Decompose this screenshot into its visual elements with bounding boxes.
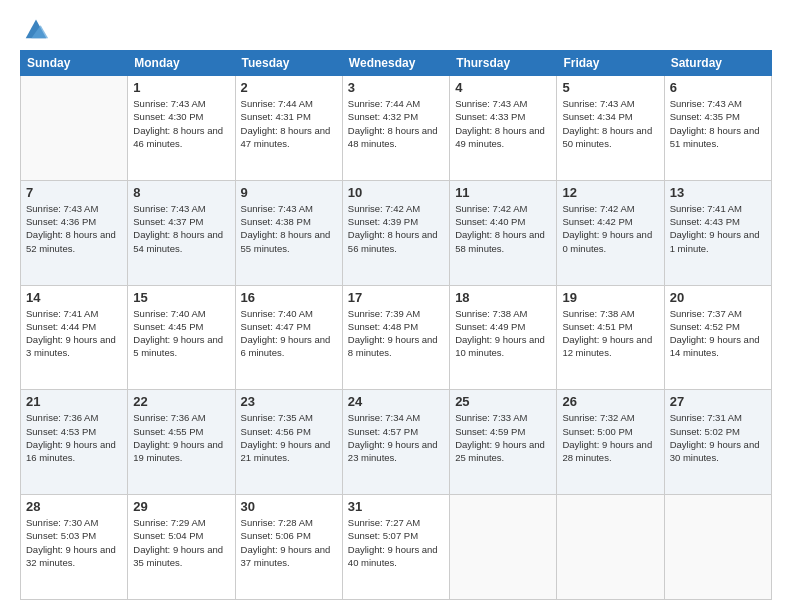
calendar-cell: 6Sunrise: 7:43 AMSunset: 4:35 PMDaylight… bbox=[664, 76, 771, 181]
day-info: Sunrise: 7:43 AMSunset: 4:34 PMDaylight:… bbox=[562, 97, 658, 150]
day-info: Sunrise: 7:42 AMSunset: 4:42 PMDaylight:… bbox=[562, 202, 658, 255]
calendar-cell: 12Sunrise: 7:42 AMSunset: 4:42 PMDayligh… bbox=[557, 180, 664, 285]
day-info: Sunrise: 7:38 AMSunset: 4:49 PMDaylight:… bbox=[455, 307, 551, 360]
logo bbox=[20, 18, 50, 42]
calendar-cell: 24Sunrise: 7:34 AMSunset: 4:57 PMDayligh… bbox=[342, 390, 449, 495]
day-number: 20 bbox=[670, 290, 766, 305]
calendar-cell: 16Sunrise: 7:40 AMSunset: 4:47 PMDayligh… bbox=[235, 285, 342, 390]
calendar-week-row: 7Sunrise: 7:43 AMSunset: 4:36 PMDaylight… bbox=[21, 180, 772, 285]
calendar-cell: 23Sunrise: 7:35 AMSunset: 4:56 PMDayligh… bbox=[235, 390, 342, 495]
day-info: Sunrise: 7:42 AMSunset: 4:40 PMDaylight:… bbox=[455, 202, 551, 255]
calendar-cell: 20Sunrise: 7:37 AMSunset: 4:52 PMDayligh… bbox=[664, 285, 771, 390]
calendar-cell bbox=[21, 76, 128, 181]
day-number: 11 bbox=[455, 185, 551, 200]
day-info: Sunrise: 7:38 AMSunset: 4:51 PMDaylight:… bbox=[562, 307, 658, 360]
day-info: Sunrise: 7:44 AMSunset: 4:32 PMDaylight:… bbox=[348, 97, 444, 150]
day-info: Sunrise: 7:27 AMSunset: 5:07 PMDaylight:… bbox=[348, 516, 444, 569]
calendar-week-row: 1Sunrise: 7:43 AMSunset: 4:30 PMDaylight… bbox=[21, 76, 772, 181]
calendar-cell: 3Sunrise: 7:44 AMSunset: 4:32 PMDaylight… bbox=[342, 76, 449, 181]
calendar-page: SundayMondayTuesdayWednesdayThursdayFrid… bbox=[0, 0, 792, 612]
day-number: 18 bbox=[455, 290, 551, 305]
day-number: 15 bbox=[133, 290, 229, 305]
header-day-friday: Friday bbox=[557, 51, 664, 76]
day-info: Sunrise: 7:36 AMSunset: 4:53 PMDaylight:… bbox=[26, 411, 122, 464]
calendar-cell bbox=[450, 495, 557, 600]
day-info: Sunrise: 7:43 AMSunset: 4:35 PMDaylight:… bbox=[670, 97, 766, 150]
calendar-cell: 15Sunrise: 7:40 AMSunset: 4:45 PMDayligh… bbox=[128, 285, 235, 390]
day-number: 9 bbox=[241, 185, 337, 200]
header-day-sunday: Sunday bbox=[21, 51, 128, 76]
calendar-cell bbox=[557, 495, 664, 600]
day-number: 1 bbox=[133, 80, 229, 95]
logo-icon bbox=[22, 14, 50, 42]
calendar-cell: 25Sunrise: 7:33 AMSunset: 4:59 PMDayligh… bbox=[450, 390, 557, 495]
day-info: Sunrise: 7:32 AMSunset: 5:00 PMDaylight:… bbox=[562, 411, 658, 464]
day-info: Sunrise: 7:43 AMSunset: 4:36 PMDaylight:… bbox=[26, 202, 122, 255]
day-info: Sunrise: 7:43 AMSunset: 4:33 PMDaylight:… bbox=[455, 97, 551, 150]
calendar-cell: 31Sunrise: 7:27 AMSunset: 5:07 PMDayligh… bbox=[342, 495, 449, 600]
day-number: 4 bbox=[455, 80, 551, 95]
calendar-cell: 10Sunrise: 7:42 AMSunset: 4:39 PMDayligh… bbox=[342, 180, 449, 285]
day-info: Sunrise: 7:42 AMSunset: 4:39 PMDaylight:… bbox=[348, 202, 444, 255]
header-day-tuesday: Tuesday bbox=[235, 51, 342, 76]
calendar-cell: 22Sunrise: 7:36 AMSunset: 4:55 PMDayligh… bbox=[128, 390, 235, 495]
day-number: 21 bbox=[26, 394, 122, 409]
day-number: 23 bbox=[241, 394, 337, 409]
day-number: 27 bbox=[670, 394, 766, 409]
calendar-cell: 19Sunrise: 7:38 AMSunset: 4:51 PMDayligh… bbox=[557, 285, 664, 390]
day-info: Sunrise: 7:39 AMSunset: 4:48 PMDaylight:… bbox=[348, 307, 444, 360]
calendar-cell bbox=[664, 495, 771, 600]
day-number: 8 bbox=[133, 185, 229, 200]
calendar-cell: 21Sunrise: 7:36 AMSunset: 4:53 PMDayligh… bbox=[21, 390, 128, 495]
day-info: Sunrise: 7:40 AMSunset: 4:45 PMDaylight:… bbox=[133, 307, 229, 360]
calendar-cell: 28Sunrise: 7:30 AMSunset: 5:03 PMDayligh… bbox=[21, 495, 128, 600]
calendar-header-row: SundayMondayTuesdayWednesdayThursdayFrid… bbox=[21, 51, 772, 76]
calendar-cell: 13Sunrise: 7:41 AMSunset: 4:43 PMDayligh… bbox=[664, 180, 771, 285]
day-number: 12 bbox=[562, 185, 658, 200]
day-number: 31 bbox=[348, 499, 444, 514]
calendar-cell: 9Sunrise: 7:43 AMSunset: 4:38 PMDaylight… bbox=[235, 180, 342, 285]
calendar-week-row: 14Sunrise: 7:41 AMSunset: 4:44 PMDayligh… bbox=[21, 285, 772, 390]
calendar-cell: 26Sunrise: 7:32 AMSunset: 5:00 PMDayligh… bbox=[557, 390, 664, 495]
day-number: 24 bbox=[348, 394, 444, 409]
day-info: Sunrise: 7:30 AMSunset: 5:03 PMDaylight:… bbox=[26, 516, 122, 569]
day-number: 2 bbox=[241, 80, 337, 95]
day-info: Sunrise: 7:33 AMSunset: 4:59 PMDaylight:… bbox=[455, 411, 551, 464]
day-info: Sunrise: 7:43 AMSunset: 4:38 PMDaylight:… bbox=[241, 202, 337, 255]
day-number: 30 bbox=[241, 499, 337, 514]
calendar-cell: 4Sunrise: 7:43 AMSunset: 4:33 PMDaylight… bbox=[450, 76, 557, 181]
header-day-monday: Monday bbox=[128, 51, 235, 76]
day-number: 5 bbox=[562, 80, 658, 95]
calendar-cell: 14Sunrise: 7:41 AMSunset: 4:44 PMDayligh… bbox=[21, 285, 128, 390]
header bbox=[20, 18, 772, 42]
calendar-week-row: 21Sunrise: 7:36 AMSunset: 4:53 PMDayligh… bbox=[21, 390, 772, 495]
day-number: 25 bbox=[455, 394, 551, 409]
day-info: Sunrise: 7:41 AMSunset: 4:43 PMDaylight:… bbox=[670, 202, 766, 255]
calendar-cell: 17Sunrise: 7:39 AMSunset: 4:48 PMDayligh… bbox=[342, 285, 449, 390]
day-info: Sunrise: 7:43 AMSunset: 4:37 PMDaylight:… bbox=[133, 202, 229, 255]
day-number: 28 bbox=[26, 499, 122, 514]
day-info: Sunrise: 7:44 AMSunset: 4:31 PMDaylight:… bbox=[241, 97, 337, 150]
calendar-cell: 5Sunrise: 7:43 AMSunset: 4:34 PMDaylight… bbox=[557, 76, 664, 181]
day-number: 17 bbox=[348, 290, 444, 305]
calendar-cell: 18Sunrise: 7:38 AMSunset: 4:49 PMDayligh… bbox=[450, 285, 557, 390]
day-info: Sunrise: 7:29 AMSunset: 5:04 PMDaylight:… bbox=[133, 516, 229, 569]
day-number: 10 bbox=[348, 185, 444, 200]
day-number: 26 bbox=[562, 394, 658, 409]
calendar-cell: 27Sunrise: 7:31 AMSunset: 5:02 PMDayligh… bbox=[664, 390, 771, 495]
calendar-cell: 11Sunrise: 7:42 AMSunset: 4:40 PMDayligh… bbox=[450, 180, 557, 285]
calendar-cell: 30Sunrise: 7:28 AMSunset: 5:06 PMDayligh… bbox=[235, 495, 342, 600]
day-info: Sunrise: 7:41 AMSunset: 4:44 PMDaylight:… bbox=[26, 307, 122, 360]
day-info: Sunrise: 7:28 AMSunset: 5:06 PMDaylight:… bbox=[241, 516, 337, 569]
header-day-saturday: Saturday bbox=[664, 51, 771, 76]
calendar-table: SundayMondayTuesdayWednesdayThursdayFrid… bbox=[20, 50, 772, 600]
header-day-thursday: Thursday bbox=[450, 51, 557, 76]
day-info: Sunrise: 7:36 AMSunset: 4:55 PMDaylight:… bbox=[133, 411, 229, 464]
day-info: Sunrise: 7:31 AMSunset: 5:02 PMDaylight:… bbox=[670, 411, 766, 464]
day-number: 6 bbox=[670, 80, 766, 95]
day-number: 13 bbox=[670, 185, 766, 200]
header-day-wednesday: Wednesday bbox=[342, 51, 449, 76]
day-number: 29 bbox=[133, 499, 229, 514]
day-number: 7 bbox=[26, 185, 122, 200]
calendar-cell: 29Sunrise: 7:29 AMSunset: 5:04 PMDayligh… bbox=[128, 495, 235, 600]
